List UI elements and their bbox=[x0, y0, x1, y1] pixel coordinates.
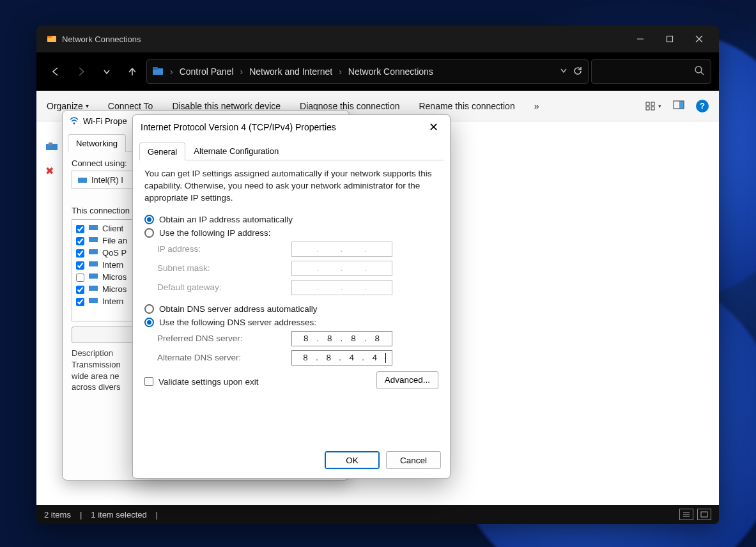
item-checkbox[interactable] bbox=[76, 237, 84, 245]
details-view-button[interactable] bbox=[679, 509, 693, 520]
dialog-footer: OK Cancel bbox=[133, 445, 450, 478]
cancel-button[interactable]: Cancel bbox=[386, 451, 441, 469]
item-checkbox[interactable] bbox=[76, 225, 84, 233]
navbar: › Control Panel › Network and Internet ›… bbox=[36, 52, 719, 91]
item-label: Micros bbox=[102, 284, 127, 294]
titlebar[interactable]: Network Connections bbox=[36, 26, 719, 52]
window-icon bbox=[47, 34, 57, 44]
subnet-mask-label: Subnet mask: bbox=[157, 263, 291, 273]
radio-obtain-dns-auto[interactable]: Obtain DNS server address automatically bbox=[144, 304, 438, 314]
rename-button[interactable]: Rename this connection bbox=[419, 101, 514, 111]
preview-pane-button[interactable] bbox=[673, 100, 684, 111]
item-label: Micros bbox=[102, 272, 127, 282]
protocol-icon bbox=[88, 248, 98, 258]
svg-rect-21 bbox=[701, 512, 707, 517]
svg-rect-1 bbox=[47, 36, 52, 38]
view-options-button[interactable]: ▾ bbox=[645, 102, 661, 111]
ip-address-input: ... bbox=[291, 242, 392, 257]
tab-alternate-configuration[interactable]: Alternate Configuration bbox=[185, 142, 287, 160]
svg-rect-17 bbox=[49, 143, 52, 145]
tab-general[interactable]: General bbox=[139, 143, 185, 160]
thumbnails-view-button[interactable] bbox=[697, 509, 711, 520]
advanced-button[interactable]: Advanced... bbox=[376, 371, 438, 389]
item-label: Client bbox=[102, 224, 123, 233]
text-caret bbox=[385, 353, 386, 363]
network-card-icon bbox=[77, 176, 88, 184]
svg-rect-29 bbox=[89, 286, 98, 291]
item-label: File an bbox=[102, 236, 127, 245]
svg-rect-28 bbox=[89, 274, 98, 279]
close-icon[interactable]: ✕ bbox=[424, 120, 442, 134]
protocol-icon bbox=[88, 224, 98, 233]
wifi-icon bbox=[69, 115, 79, 127]
status-separator: | bbox=[80, 510, 82, 520]
more-commands-button[interactable]: » bbox=[534, 101, 539, 111]
ipv4-window-title: Internet Protocol Version 4 (TCP/IPv4) P… bbox=[141, 122, 336, 132]
tab-networking[interactable]: Networking bbox=[68, 134, 126, 152]
folder-icon bbox=[152, 66, 164, 78]
radio-obtain-ip-auto[interactable]: Obtain an IP address automatically bbox=[144, 215, 438, 224]
status-separator: | bbox=[156, 510, 158, 520]
ipv4-tabstrip: General Alternate Configuration bbox=[139, 142, 444, 160]
subnet-mask-input: ... bbox=[291, 261, 392, 276]
item-checkbox[interactable] bbox=[76, 298, 84, 306]
wifi-adapter-icon[interactable]: ✖ bbox=[45, 165, 58, 177]
minimize-button[interactable] bbox=[626, 26, 655, 52]
search-icon bbox=[694, 65, 704, 78]
protocol-icon bbox=[88, 284, 98, 294]
item-checkbox[interactable] bbox=[76, 261, 84, 270]
svg-rect-23 bbox=[78, 178, 87, 183]
ipv4-properties-window: Internet Protocol Version 4 (TCP/IPv4) P… bbox=[132, 114, 451, 479]
preferred-dns-label: Preferred DNS server: bbox=[157, 334, 291, 343]
ok-button[interactable]: OK bbox=[325, 451, 380, 469]
radio-use-following-ip[interactable]: Use the following IP address: bbox=[144, 228, 438, 238]
forward-button[interactable] bbox=[70, 60, 93, 83]
svg-rect-26 bbox=[89, 249, 98, 254]
svg-rect-25 bbox=[89, 237, 98, 242]
help-button[interactable]: ? bbox=[696, 100, 709, 112]
svg-rect-7 bbox=[153, 67, 158, 70]
chevron-down-icon[interactable] bbox=[560, 66, 567, 78]
wifi-window-title: Wi-Fi Prope bbox=[83, 116, 127, 126]
ethernet-adapter-icon[interactable] bbox=[45, 142, 58, 155]
refresh-button[interactable] bbox=[573, 66, 583, 78]
maximize-button[interactable] bbox=[655, 26, 684, 52]
svg-rect-15 bbox=[679, 101, 684, 109]
adapter-icons: ✖ bbox=[45, 142, 58, 177]
status-selected-count: 1 item selected bbox=[91, 510, 146, 520]
svg-point-22 bbox=[73, 122, 75, 124]
status-items-count: 2 items bbox=[44, 510, 71, 520]
address-bar[interactable]: › Control Panel › Network and Internet ›… bbox=[146, 59, 589, 84]
search-box[interactable] bbox=[591, 59, 711, 84]
protocol-icon bbox=[88, 236, 98, 245]
radio-icon bbox=[144, 215, 154, 224]
preferred-dns-input[interactable]: 8. 8. 8. 8 bbox=[291, 331, 392, 346]
protocol-icon bbox=[88, 272, 98, 282]
svg-rect-11 bbox=[651, 102, 654, 105]
breadcrumb-network-internet[interactable]: Network and Internet bbox=[249, 66, 332, 77]
item-checkbox[interactable] bbox=[76, 249, 84, 258]
svg-rect-27 bbox=[89, 261, 98, 266]
breadcrumb-network-connections[interactable]: Network Connections bbox=[348, 66, 433, 77]
svg-rect-12 bbox=[646, 107, 649, 110]
item-checkbox[interactable] bbox=[76, 286, 84, 294]
item-checkbox[interactable] bbox=[76, 274, 84, 282]
window-title: Network Connections bbox=[62, 35, 141, 44]
default-gateway-input: ... bbox=[291, 280, 392, 295]
chevron-down-icon: ▾ bbox=[86, 102, 89, 109]
close-button[interactable] bbox=[684, 26, 714, 52]
chevron-right-icon: › bbox=[170, 66, 173, 77]
breadcrumb-control-panel[interactable]: Control Panel bbox=[180, 66, 234, 77]
alternate-dns-input[interactable]: 8. 8. 4. 4 bbox=[291, 350, 392, 366]
svg-rect-30 bbox=[89, 298, 98, 303]
recent-locations-button[interactable] bbox=[95, 60, 118, 83]
up-button[interactable] bbox=[121, 60, 144, 83]
ip-address-label: IP address: bbox=[157, 244, 291, 254]
svg-rect-24 bbox=[89, 225, 98, 230]
default-gateway-label: Default gateway: bbox=[157, 282, 291, 292]
ipv4-titlebar[interactable]: Internet Protocol Version 4 (TCP/IPv4) P… bbox=[133, 115, 450, 139]
intro-text: You can get IP settings assigned automat… bbox=[144, 168, 438, 204]
back-button[interactable] bbox=[44, 60, 67, 83]
item-label: Intern bbox=[102, 260, 123, 270]
radio-use-following-dns[interactable]: Use the following DNS server addresses: bbox=[144, 318, 438, 327]
